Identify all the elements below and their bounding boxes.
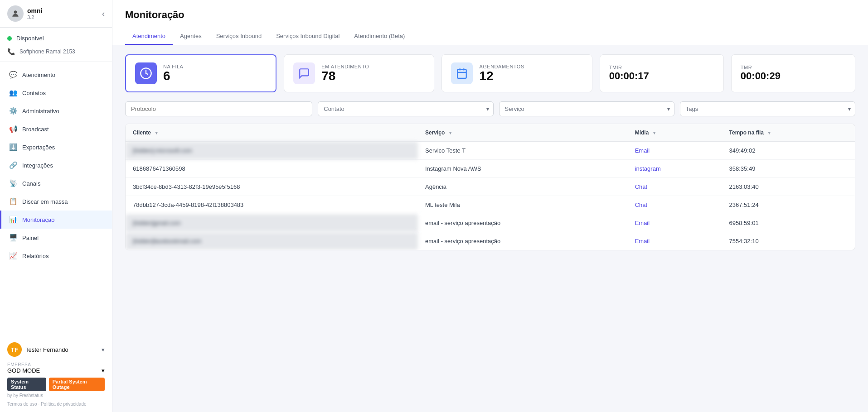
table-row: [hidden]gmail.com email - serviço aprese… <box>126 214 855 232</box>
client-cell: [hidden]facebookmail.com <box>126 232 418 250</box>
media-link[interactable]: Chat <box>635 183 647 190</box>
col-tempo-na-fila[interactable]: Tempo na fila ▼ <box>722 124 855 142</box>
user-profile[interactable]: TF Tester Fernando ▾ <box>7 339 105 360</box>
time-cell: 2163:03:40 <box>722 178 855 196</box>
client-cell: [hidden].microsoft.com <box>126 142 418 160</box>
media-link[interactable]: Email <box>635 238 650 244</box>
sidebar-item-label: Monitoração <box>22 216 55 223</box>
sidebar-item-relatorios[interactable]: 📈 Relatórios <box>0 247 112 265</box>
privacy-link[interactable]: Política de privacidade <box>41 402 87 407</box>
em-atendimento-label: EM ATENDIMENTO <box>321 64 369 69</box>
servico-select[interactable]: Serviço <box>499 101 674 116</box>
contatos-icon: 👥 <box>9 88 18 97</box>
sidebar-item-integracoes[interactable]: 🔗 Integrações <box>0 156 112 174</box>
media-link[interactable]: Email <box>635 220 650 226</box>
status-section: Disponível 📞 Softphone Ramal 2153 <box>0 28 112 62</box>
filters-row: Contato Serviço Tags <box>125 101 855 116</box>
agendamentos-label: AGENDAMENTOS <box>479 64 524 69</box>
sidebar-nav: 💬 Atendimento 👥 Contatos ⚙️ Administrati… <box>0 62 112 333</box>
time-cell: 2367:51:24 <box>722 196 855 214</box>
tags-select[interactable]: Tags <box>680 101 855 116</box>
sidebar-item-label: Contatos <box>22 90 46 96</box>
col-midia[interactable]: Mídia ▼ <box>628 124 722 142</box>
sidebar-item-administrativo[interactable]: ⚙️ Administrativo <box>0 102 112 120</box>
metric-tmr: TMR 00:00:29 <box>731 54 855 92</box>
col-servico[interactable]: Serviço ▼ <box>418 124 628 142</box>
media-link[interactable]: Email <box>635 147 650 154</box>
freshstatus-label: by by Freshstatus <box>7 393 105 398</box>
client-cell: 78dbb127-3cda-4459-8198-42f138803483 <box>126 196 418 214</box>
tmir-label: TMIR <box>609 65 649 70</box>
sidebar-item-discar-em-massa[interactable]: 📋 Discar em massa <box>0 192 112 211</box>
exportacoes-icon: ⬇️ <box>9 143 18 152</box>
table-row: 3bcf34ce-8bd3-4313-82f3-19e95e5f5168 Agê… <box>126 178 855 196</box>
service-cell: Instagram Nova AWS <box>418 160 628 178</box>
metric-na-fila: NA FILA 6 <box>125 54 276 92</box>
tmr-label: TMR <box>741 65 781 70</box>
tabs-bar: Atendimento Agentes Serviços Inbound Ser… <box>125 28 855 45</box>
sidebar-item-label: Broadcast <box>22 126 49 133</box>
sidebar-item-canais[interactable]: 📡 Canais <box>0 174 112 192</box>
system-status-bar[interactable]: System Status Partial System Outage <box>7 378 105 391</box>
tab-agentes[interactable]: Agentes <box>173 28 209 45</box>
terms-link[interactable]: Termos de uso <box>7 402 37 407</box>
contato-filter[interactable]: Contato <box>318 101 493 116</box>
media-cell: Chat <box>628 178 722 196</box>
sidebar-item-atendimento[interactable]: 💬 Atendimento <box>0 66 112 84</box>
monitoracao-icon: 📊 <box>9 215 18 224</box>
media-link[interactable]: Chat <box>635 201 647 208</box>
agendamentos-icon <box>451 62 473 84</box>
freshstatus-brand: by Freshstatus <box>13 393 43 398</box>
media-cell: Email <box>628 142 722 160</box>
relatorios-icon: 📈 <box>9 251 18 260</box>
sidebar-item-label: Painel <box>22 235 39 241</box>
media-link[interactable]: instagram <box>635 165 661 172</box>
tab-servicos-inbound-digital[interactable]: Serviços Inbound Digital <box>269 28 347 45</box>
sidebar-header: omni 3.2 ‹ <box>0 0 112 28</box>
tmr-info: TMR 00:00:29 <box>741 65 781 82</box>
table: Cliente ▼ Serviço ▼ Mídia ▼ Tempo na f <box>126 124 855 250</box>
broadcast-icon: 📢 <box>9 125 18 134</box>
softphone-label: Softphone Ramal 2153 <box>19 48 75 55</box>
table-header: Cliente ▼ Serviço ▼ Mídia ▼ Tempo na f <box>126 124 855 142</box>
tab-atendimento-beta[interactable]: Atendimento (Beta) <box>347 28 412 45</box>
terms-section: Termos de uso · Política de privacidade <box>7 402 105 407</box>
protocolo-input[interactable] <box>125 101 312 116</box>
tmr-value: 00:00:29 <box>741 70 781 82</box>
empresa-chevron-icon: ▾ <box>102 367 105 374</box>
sidebar-item-exportacoes[interactable]: ⬇️ Exportações <box>0 138 112 156</box>
tab-atendimento[interactable]: Atendimento <box>125 28 173 45</box>
contato-select[interactable]: Contato <box>318 101 493 116</box>
metric-em-atendimento: EM ATENDIMENTO 78 <box>284 54 434 92</box>
user-profile-avatar: TF <box>7 342 22 357</box>
agendamentos-value: 12 <box>479 69 524 83</box>
col-cliente[interactable]: Cliente ▼ <box>126 124 418 142</box>
sidebar-item-contatos[interactable]: 👥 Contatos <box>0 84 112 102</box>
softphone-item[interactable]: 📞 Softphone Ramal 2153 <box>7 45 105 58</box>
tab-servicos-inbound[interactable]: Serviços Inbound <box>209 28 269 45</box>
queue-table: Cliente ▼ Serviço ▼ Mídia ▼ Tempo na f <box>125 124 855 250</box>
empresa-label: EMPRESA <box>7 362 105 367</box>
servico-filter[interactable]: Serviço <box>499 101 674 116</box>
sidebar-item-label: Integrações <box>22 162 53 169</box>
sidebar-item-label: Relatórios <box>22 253 49 259</box>
system-outage-pill: Partial System Outage <box>49 378 105 391</box>
integracoes-icon: 🔗 <box>9 161 18 170</box>
service-cell: email - serviço apresentação <box>418 232 628 250</box>
sidebar-item-painel[interactable]: 🖥️ Painel <box>0 229 112 247</box>
sidebar-user: omni 3.2 <box>7 5 42 22</box>
metric-tmir: TMIR 00:00:17 <box>600 54 724 92</box>
sidebar-item-monitoracao[interactable]: 📊 Monitoração <box>0 211 112 229</box>
atendimento-icon: 💬 <box>9 70 18 79</box>
sidebar-item-broadcast[interactable]: 📢 Broadcast <box>0 120 112 138</box>
empresa-name[interactable]: GOD MODE ▾ <box>7 367 105 374</box>
administrativo-icon: ⚙️ <box>9 106 18 115</box>
table-row: 78dbb127-3cda-4459-8198-42f138803483 ML … <box>126 196 855 214</box>
midia-sort-icon: ▼ <box>652 130 657 135</box>
metrics-row: NA FILA 6 EM ATENDIMENTO 78 <box>125 54 855 92</box>
agendamentos-info: AGENDAMENTOS 12 <box>479 64 524 83</box>
status-disponivel[interactable]: Disponível <box>7 31 105 45</box>
sidebar-collapse-button[interactable]: ‹ <box>102 9 105 19</box>
freshstatus-text: by <box>7 393 13 398</box>
tags-filter[interactable]: Tags <box>680 101 855 116</box>
